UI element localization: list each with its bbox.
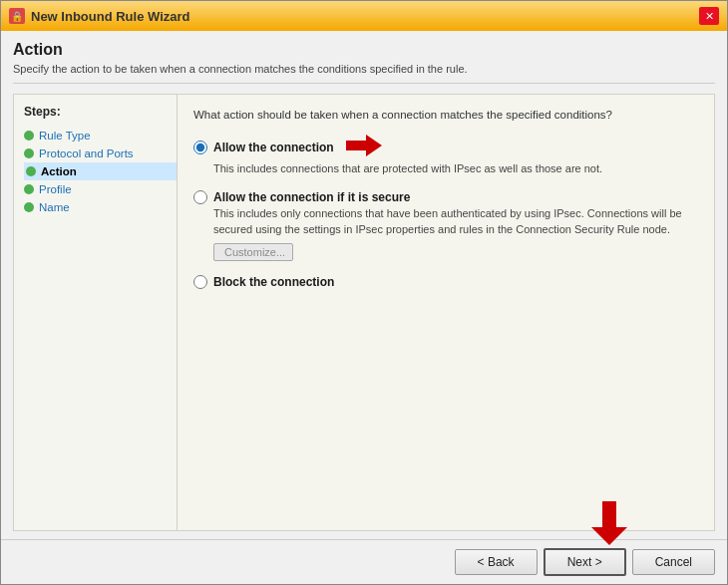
page-title: Action <box>13 41 715 59</box>
window-title: New Inbound Rule Wizard <box>31 9 190 24</box>
steps-label: Steps: <box>24 105 177 119</box>
option2-row: Allow the connection if it is secure <box>193 190 698 204</box>
radio-allow-secure[interactable] <box>193 190 207 204</box>
sidebar-label-profile: Profile <box>39 183 72 195</box>
right-arrow-icon <box>346 135 382 159</box>
content-area: Action Specify the action to be taken wh… <box>1 31 727 539</box>
back-button[interactable]: < Back <box>455 549 538 575</box>
next-button[interactable]: Next > <box>544 548 626 576</box>
sidebar-label-action: Action <box>41 165 77 177</box>
svg-rect-1 <box>602 501 616 527</box>
step-dot-5 <box>24 202 34 212</box>
sidebar: Steps: Rule Type Protocol and Ports Acti… <box>13 94 178 531</box>
step-dot-3 <box>26 166 36 176</box>
option-allow-connection: Allow the connection This includes conne… <box>193 135 698 176</box>
titlebar-left: 🔒 New Inbound Rule Wizard <box>9 8 190 24</box>
option1-label[interactable]: Allow the connection <box>213 141 334 154</box>
sidebar-item-action[interactable]: Action <box>24 162 177 180</box>
sidebar-item-profile[interactable]: Profile <box>24 180 177 198</box>
question-text: What action should be taken when a conne… <box>193 109 698 121</box>
titlebar: 🔒 New Inbound Rule Wizard ✕ <box>1 1 727 31</box>
right-panel: What action should be taken when a conne… <box>178 94 715 531</box>
sidebar-item-ruletype[interactable]: Rule Type <box>24 127 177 145</box>
sidebar-label-name: Name <box>39 201 70 213</box>
radio-group: Allow the connection This includes conne… <box>193 135 698 289</box>
down-arrow-icon <box>591 501 627 548</box>
radio-block-connection[interactable] <box>193 275 207 289</box>
cancel-button[interactable]: Cancel <box>632 549 715 575</box>
svg-marker-0 <box>346 135 382 156</box>
option1-desc: This includes connections that are prote… <box>213 161 698 176</box>
customize-button[interactable]: Customize... <box>213 243 293 261</box>
page-subtitle: Specify the action to be taken when a co… <box>13 63 715 75</box>
option2-label[interactable]: Allow the connection if it is secure <box>213 190 410 204</box>
app-icon: 🔒 <box>9 8 25 24</box>
page-header: Action Specify the action to be taken wh… <box>13 41 715 84</box>
sidebar-item-name[interactable]: Name <box>24 198 177 216</box>
footer: < Back Next > Cancel <box>1 539 727 584</box>
option1-row: Allow the connection <box>193 135 698 159</box>
option2-desc: This includes only connections that have… <box>213 206 698 237</box>
sidebar-label-ruletype: Rule Type <box>39 130 91 142</box>
option-block-connection: Block the connection <box>193 275 698 289</box>
radio-allow-connection[interactable] <box>193 141 207 154</box>
main-body: Steps: Rule Type Protocol and Ports Acti… <box>13 94 715 531</box>
svg-marker-2 <box>591 527 627 545</box>
step-dot-1 <box>24 131 34 141</box>
option-allow-secure: Allow the connection if it is secure Thi… <box>193 190 698 261</box>
step-dot-2 <box>24 148 34 158</box>
sidebar-label-protocolports: Protocol and Ports <box>39 147 134 159</box>
step-dot-4 <box>24 184 34 194</box>
option3-label[interactable]: Block the connection <box>213 275 334 289</box>
close-button[interactable]: ✕ <box>699 7 719 25</box>
option3-row: Block the connection <box>193 275 698 289</box>
sidebar-item-protocolports[interactable]: Protocol and Ports <box>24 145 177 162</box>
window: 🔒 New Inbound Rule Wizard ✕ Action Speci… <box>0 0 728 585</box>
